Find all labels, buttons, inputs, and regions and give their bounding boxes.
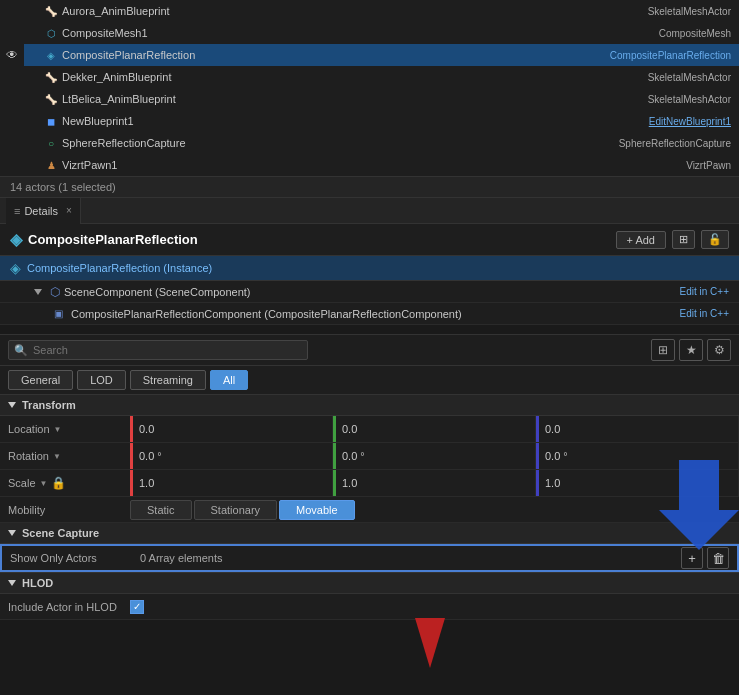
details-tab-bar: ≡ Details × [0, 198, 739, 224]
edit-cpp-2[interactable]: Edit in C++ [680, 308, 729, 319]
transform-expand-icon [8, 402, 16, 408]
location-label: Location ▼ [0, 423, 130, 435]
layout-icon-button[interactable]: ⊞ [672, 230, 695, 249]
composite-component-left: ▣ CompositePlanarReflectionComponent (Co… [10, 308, 462, 320]
scale-x[interactable]: 1.0 [130, 470, 333, 496]
actor-name: NewBlueprint1 [62, 115, 134, 127]
blueprint-icon: ◼ [44, 114, 58, 128]
actor-row-vizrtpawn[interactable]: ♟ VizrtPawn1 VizrtPawn [0, 154, 739, 176]
actor-row-dekker[interactable]: 🦴 Dekker_AnimBlueprint SkeletalMeshActor [0, 66, 739, 88]
location-x[interactable]: 0.0 [130, 416, 333, 442]
grid-view-button[interactable]: ⊞ [651, 339, 675, 361]
actor-row-compositemesh[interactable]: ⬡ CompositeMesh1 CompositeMesh [0, 22, 739, 44]
rotation-row: Rotation ▼ 0.0 ° 0.0 ° 0.0 ° [0, 443, 739, 470]
edit-cpp-1[interactable]: Edit in C++ [680, 286, 729, 297]
add-button[interactable]: + Add [616, 231, 666, 249]
component-title-bar: ◈ CompositePlanarReflection + Add ⊞ 🔓 [0, 224, 739, 256]
actor-name: Aurora_AnimBlueprint [62, 5, 170, 17]
mobility-stationary[interactable]: Stationary [194, 500, 278, 520]
rotation-values: 0.0 ° 0.0 ° 0.0 ° [130, 443, 739, 469]
rotation-dropdown-icon[interactable]: ▼ [53, 452, 61, 461]
actor-type-link[interactable]: EditNewBlueprint1 [649, 116, 731, 127]
favorites-button[interactable]: ★ [679, 339, 703, 361]
component-title: ◈ CompositePlanarReflection [10, 230, 198, 249]
actor-row-ltbelica[interactable]: 🦴 LtBelica_AnimBlueprint SkeletalMeshAct… [0, 88, 739, 110]
actor-row-aurora[interactable]: 🦴 Aurora_AnimBlueprint SkeletalMeshActor [0, 0, 739, 22]
delete-array-element-button[interactable]: 🗑 [707, 547, 729, 569]
lock-icon-button[interactable]: 🔓 [701, 230, 729, 249]
actor-name: CompositePlanarReflection [62, 49, 195, 61]
transform-section-header[interactable]: Transform [0, 395, 739, 416]
rotation-z[interactable]: 0.0 ° [536, 443, 739, 469]
search-toolbar-right: ⊞ ★ ⚙ [651, 339, 731, 361]
details-tab-close[interactable]: × [66, 205, 72, 216]
transform-label: Transform [22, 399, 76, 411]
actor-type: CompositePlanarReflection [610, 50, 731, 61]
show-only-actors-actions: + 🗑 [673, 547, 737, 569]
hlod-label: HLOD [22, 577, 53, 589]
location-row: Location ▼ 0.0 0.0 0.0 [0, 416, 739, 443]
actor-type: SkeletalMeshActor [648, 72, 731, 83]
spacer [0, 325, 739, 335]
actor-type: SkeletalMeshActor [648, 94, 731, 105]
show-only-actors-row: Show Only Actors 0 Array elements + 🗑 [0, 544, 739, 572]
filter-streaming[interactable]: Streaming [130, 370, 206, 390]
mobility-row: Mobility Static Stationary Movable [0, 497, 739, 523]
details-panel: ≡ Details × ◈ CompositePlanarReflection … [0, 198, 739, 620]
actor-name: SphereReflectionCapture [62, 137, 186, 149]
scale-lock-icon[interactable]: 🔒 [51, 476, 66, 490]
scene-component-row[interactable]: ⬡ SceneComponent (SceneComponent) Edit i… [0, 281, 739, 303]
show-only-actors-value: 0 Array elements [132, 552, 673, 564]
actor-name: Dekker_AnimBlueprint [62, 71, 171, 83]
actor-row-newblueprint[interactable]: ◼ NewBlueprint1 EditNewBlueprint1 [0, 110, 739, 132]
sphere-icon: ○ [44, 136, 58, 150]
search-input[interactable] [8, 340, 308, 360]
composite-component-row[interactable]: ▣ CompositePlanarReflectionComponent (Co… [0, 303, 739, 325]
scale-dropdown-icon[interactable]: ▼ [40, 479, 48, 488]
rotation-y[interactable]: 0.0 ° [333, 443, 536, 469]
scene-capture-label: Scene Capture [22, 527, 99, 539]
search-bar-row: 🔍 ⊞ ★ ⚙ [0, 335, 739, 366]
actor-type: SphereReflectionCapture [619, 138, 731, 149]
details-tab[interactable]: ≡ Details × [6, 198, 81, 224]
details-tab-icon: ≡ [14, 205, 20, 217]
filter-lod[interactable]: LOD [77, 370, 126, 390]
mobility-label: Mobility [0, 504, 130, 516]
hlod-expand-icon [8, 580, 16, 586]
actor-row-spherereflection[interactable]: ○ SphereReflectionCapture SphereReflecti… [0, 132, 739, 154]
mobility-movable[interactable]: Movable [279, 500, 355, 520]
actor-row-compositeplanar[interactable]: 👁 ◈ CompositePlanarReflection CompositeP… [0, 44, 739, 66]
include-actor-checkbox[interactable] [130, 600, 144, 614]
outliner-actor-list: 🦴 Aurora_AnimBlueprint SkeletalMeshActor… [0, 0, 739, 176]
instance-row[interactable]: ◈ CompositePlanarReflection (Instance) [0, 256, 739, 281]
location-y[interactable]: 0.0 [333, 416, 536, 442]
composite-planar-icon: ◈ [44, 48, 58, 62]
skeletal-icon: 🦴 [44, 4, 58, 18]
location-dropdown-icon[interactable]: ▼ [54, 425, 62, 434]
scene-component-icon: ⬡ [50, 285, 60, 299]
hlod-header[interactable]: HLOD [0, 572, 739, 594]
filter-all[interactable]: All [210, 370, 248, 390]
scene-capture-header[interactable]: Scene Capture [0, 523, 739, 544]
composite-component-icon: ▣ [54, 308, 63, 319]
actor-count-bar: 14 actors (1 selected) [0, 176, 739, 198]
settings-button[interactable]: ⚙ [707, 339, 731, 361]
show-only-actors-label: Show Only Actors [2, 552, 132, 564]
scale-y[interactable]: 1.0 [333, 470, 536, 496]
scale-z[interactable]: 1.0 [536, 470, 739, 496]
include-actor-row: Include Actor in HLOD [0, 594, 739, 620]
rotation-x[interactable]: 0.0 ° [130, 443, 333, 469]
mobility-static[interactable]: Static [130, 500, 192, 520]
component-title-icon: ◈ [10, 230, 22, 249]
location-z[interactable]: 0.0 [536, 416, 739, 442]
details-tab-label: Details [24, 205, 58, 217]
location-values: 0.0 0.0 0.0 [130, 416, 739, 442]
instance-label: CompositePlanarReflection (Instance) [27, 262, 212, 274]
visibility-toggle-compositeplanar[interactable]: 👁 [0, 48, 24, 62]
add-array-element-button[interactable]: + [681, 547, 703, 569]
scale-row: Scale ▼ 🔒 1.0 1.0 1.0 [0, 470, 739, 497]
include-actor-label: Include Actor in HLOD [0, 601, 130, 613]
filter-general[interactable]: General [8, 370, 73, 390]
component-title-text: CompositePlanarReflection [28, 232, 198, 247]
red-arrow-overlay [415, 618, 445, 670]
